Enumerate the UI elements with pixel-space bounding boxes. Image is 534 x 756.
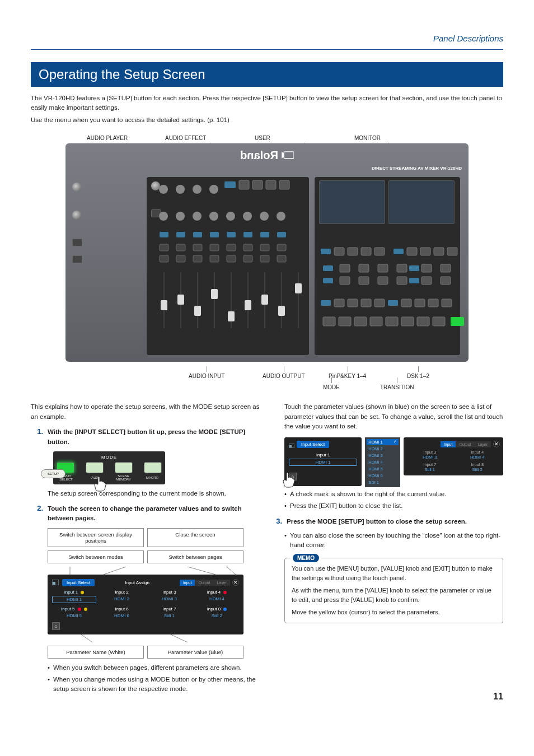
pl-param-grid: Input 3HDMI 3Input 4HDMI 4Input 7Still 1… bbox=[407, 450, 500, 472]
ts-label-modes: Switch between modes bbox=[48, 550, 144, 563]
page-number: 11 bbox=[493, 692, 503, 702]
diagram-label-transition: TRANSITION bbox=[380, 384, 414, 390]
svg-rect-115 bbox=[289, 445, 292, 447]
mode-aux-button[interactable] bbox=[86, 462, 104, 473]
right-bullet-3: You can also close the screen by touchin… bbox=[284, 531, 503, 550]
svg-line-107 bbox=[104, 567, 126, 575]
pointer-hand-icon bbox=[92, 476, 108, 492]
memo-line-3: Move the yellow box (cursor) to select t… bbox=[292, 608, 496, 617]
ts-param-cell[interactable]: Input 2HDMI 2 bbox=[100, 589, 144, 603]
step-1-number: 1. bbox=[31, 427, 43, 447]
pl-list-item[interactable]: HDMI 2 bbox=[367, 446, 399, 452]
left-column: This explains how to operate the setup s… bbox=[31, 402, 260, 697]
diagram-label-dsk: DSK 1–2 bbox=[407, 373, 429, 379]
figure-mode-panel: MODE INPUT SELECT AUX SCENE MEMORY MACRO… bbox=[53, 451, 260, 484]
left-bullet-1: When you switch between pages, different… bbox=[48, 663, 260, 673]
home-icon[interactable]: ⌂ bbox=[52, 622, 60, 630]
mode-macro-button[interactable] bbox=[144, 462, 162, 473]
pl-list-item[interactable]: HDMI 5 bbox=[367, 466, 399, 472]
ts-param-cell[interactable]: Input 6HDMI 6 bbox=[100, 605, 144, 619]
figure-touchscreen: Switch between screen display positions … bbox=[48, 528, 243, 659]
ts-param-cell[interactable]: Input 5 HDMI 5 bbox=[52, 605, 96, 619]
ts-connector-lines bbox=[48, 567, 243, 575]
step-1: 1. With the [INPUT SELECT] button lit up… bbox=[31, 427, 260, 447]
ts-screen-title: Input Assign bbox=[125, 580, 149, 585]
pl-current-value[interactable]: HDMI 1 bbox=[289, 459, 357, 466]
ts-label-close: Close the screen bbox=[147, 528, 243, 547]
intro-line-2: Use the menu when you want to access the… bbox=[31, 115, 503, 125]
mode-panel-title: MODE bbox=[57, 455, 162, 460]
right-bullet-2: Press the [EXIT] button to close the lis… bbox=[284, 501, 503, 511]
device-diagram: AUDIO PLAYER AUDIO EFFECT USER MONITOR R… bbox=[31, 135, 503, 390]
pl-grid-cell[interactable]: Input 8Still 2 bbox=[455, 462, 500, 472]
mode-scene-memory-button[interactable] bbox=[115, 462, 133, 473]
diagram-label-user: USER bbox=[255, 135, 354, 141]
ts-legend-lines bbox=[48, 634, 243, 642]
ts-page-input[interactable]: Input bbox=[180, 580, 195, 586]
right-lead: Touch the parameter values (shown in blu… bbox=[284, 402, 503, 432]
intro-line-1: The VR-120HD features a [SETUP] button f… bbox=[31, 94, 503, 113]
figure-param-list: Input Select Input 1 HDMI 1 ⌂ HDMI 1HDMI… bbox=[284, 437, 503, 487]
diagram-label-audio-input: AUDIO INPUT bbox=[189, 373, 224, 379]
pl-list-item[interactable]: HDMI 4 bbox=[367, 459, 399, 465]
ts-param-grid: Input 1 HDMI 1Input 2HDMI 2Input 3HDMI 3… bbox=[52, 589, 239, 619]
pl-list-item[interactable]: HDMI 1 bbox=[367, 439, 399, 445]
memo-line-1: You can use the [MENU] button, [VALUE] k… bbox=[292, 564, 496, 582]
diagram-label-pinp: PinP&KEY 1–4 bbox=[329, 373, 366, 379]
step-3: 3. Press the MODE [SETUP] button to clos… bbox=[274, 517, 503, 526]
display-position-icon-2[interactable] bbox=[289, 444, 294, 448]
ts-param-cell[interactable]: Input 3HDMI 3 bbox=[147, 589, 191, 603]
step-2: 2. Touch the screen to change the parame… bbox=[31, 504, 260, 524]
mode-label-macro: MACRO bbox=[143, 476, 162, 479]
svg-rect-0 bbox=[284, 152, 294, 158]
device-left-panel bbox=[147, 177, 309, 355]
left-bullet-2: When you change modes using a MODE butto… bbox=[48, 675, 260, 694]
ts-param-cell[interactable]: Input 8 Still 2 bbox=[195, 605, 239, 619]
pl-mode-tab[interactable]: Input Select bbox=[297, 441, 329, 448]
left-lead: This explains how to operate the setup s… bbox=[31, 402, 260, 422]
ts-page-layer[interactable]: Layer bbox=[213, 580, 230, 586]
step-1-caption: The setup screen corresponding to the cu… bbox=[48, 489, 260, 498]
right-bullet-1: A check mark is shown to the right of th… bbox=[284, 489, 503, 499]
pointer-hand-icon-2 bbox=[281, 472, 297, 488]
ts-param-cell[interactable]: Input 4 HDMI 4 bbox=[195, 589, 239, 603]
ts-param-cell[interactable]: Input 7Still 1 bbox=[147, 605, 191, 619]
svg-line-112 bbox=[81, 634, 92, 642]
pl-page-input[interactable]: Input bbox=[441, 441, 456, 447]
ts-page-tabs[interactable]: Input Output Layer bbox=[180, 580, 230, 586]
pl-list-item[interactable]: HDMI 6 bbox=[367, 473, 399, 479]
pl-list-item[interactable]: HDMI 3 bbox=[367, 452, 399, 459]
display-position-icon[interactable] bbox=[52, 580, 59, 585]
step-2-text: Touch the screen to change the parameter… bbox=[48, 504, 260, 524]
pl-page-output[interactable]: Output bbox=[456, 441, 474, 447]
header-rule bbox=[31, 49, 503, 50]
pl-page-layer[interactable]: Layer bbox=[474, 441, 491, 447]
pl-list-item[interactable]: SDI 1 bbox=[367, 479, 399, 486]
svg-rect-111 bbox=[53, 582, 55, 585]
device-body: Roland DIRECT STREAMING AV MIXER VR-120H… bbox=[65, 143, 469, 362]
diagram-label-audio-player: AUDIO PLAYER bbox=[87, 135, 165, 141]
step-2-number: 2. bbox=[31, 504, 43, 524]
svg-line-109 bbox=[227, 567, 236, 575]
step-3-number: 3. bbox=[274, 517, 282, 526]
pl-grid-cell[interactable]: Input 3HDMI 3 bbox=[407, 450, 452, 460]
mode-setup-button[interactable]: SETUP bbox=[41, 469, 65, 478]
page-title: Operating the Setup Screen bbox=[31, 62, 503, 87]
ts-page-output[interactable]: Output bbox=[195, 580, 213, 586]
close-icon[interactable]: ✕ bbox=[232, 579, 239, 586]
ts-mode-tab[interactable]: Input Select bbox=[62, 579, 95, 586]
diagram-label-mode: MODE bbox=[323, 384, 340, 390]
pl-value-list[interactable]: HDMI 1HDMI 2HDMI 3HDMI 4HDMI 5HDMI 6SDI … bbox=[365, 437, 400, 487]
ts-param-cell[interactable]: Input 1 HDMI 1 bbox=[52, 589, 96, 603]
svg-line-108 bbox=[188, 567, 216, 575]
diagram-label-audio-output: AUDIO OUTPUT bbox=[263, 373, 305, 379]
ts-label-display-positions: Switch between screen display positions bbox=[48, 528, 144, 547]
diagram-label-audio-effect: AUDIO EFFECT bbox=[165, 135, 255, 141]
pl-param-name: Input 1 bbox=[289, 452, 357, 458]
pl-grid-cell[interactable]: Input 7Still 1 bbox=[407, 462, 452, 472]
close-icon-2[interactable]: ✕ bbox=[493, 441, 500, 447]
model-label: DIRECT STREAMING AV MIXER VR-120HD bbox=[372, 166, 462, 171]
device-right-panel bbox=[315, 177, 460, 355]
header-section: Panel Descriptions bbox=[433, 34, 503, 43]
pl-grid-cell[interactable]: Input 4HDMI 4 bbox=[455, 450, 500, 460]
